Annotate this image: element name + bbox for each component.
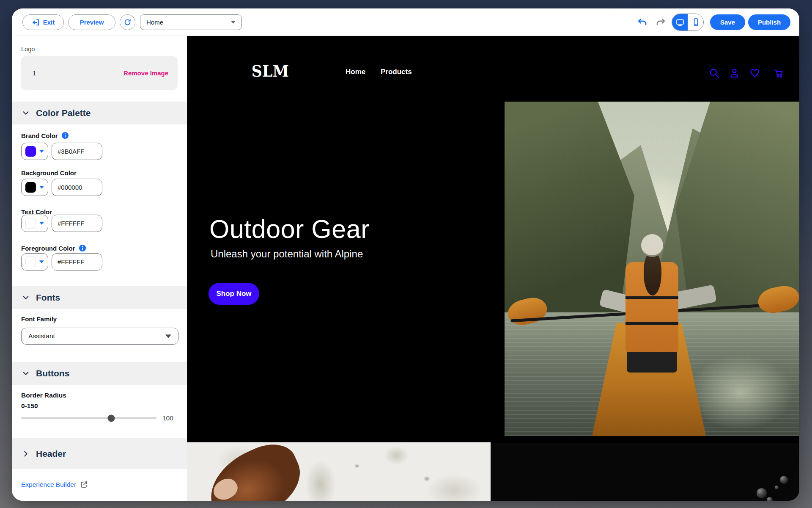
border-radius-range-label: 0-150 — [21, 402, 38, 410]
text-color-swatch-dropdown[interactable] — [21, 215, 48, 232]
preview-button[interactable]: Preview — [68, 14, 115, 30]
background-color-swatch-dropdown[interactable] — [21, 179, 48, 196]
desktop-view-toggle[interactable] — [672, 14, 688, 30]
logo-section-label: Logo — [21, 46, 35, 52]
wishlist-heart-icon[interactable] — [749, 67, 760, 79]
text-color-chip — [25, 218, 36, 229]
brand-color-label: Brand Color — [21, 132, 69, 139]
border-radius-label: Border Radius — [21, 392, 66, 399]
device-toggle — [672, 14, 704, 31]
border-radius-slider[interactable] — [21, 417, 156, 419]
border-radius-value: 100 — [162, 414, 173, 422]
chevron-down-icon — [22, 294, 30, 301]
exit-icon — [32, 18, 40, 27]
background-color-hex-input[interactable] — [52, 179, 102, 196]
editor-window: Exit Preview Home — [12, 8, 799, 501]
marble-section-image — [187, 443, 491, 501]
preview-label: Preview — [80, 19, 104, 26]
kayak-hero-image — [505, 102, 799, 436]
background-color-chip — [25, 182, 36, 193]
shop-now-button[interactable]: Shop Now — [208, 283, 259, 305]
fonts-title: Fonts — [36, 293, 60, 303]
header-title: Header — [36, 449, 66, 459]
desktop-icon — [675, 18, 685, 27]
exit-label: Exit — [43, 19, 55, 26]
buttons-section-header[interactable]: Buttons — [12, 362, 187, 385]
logo-slot-card: 1 Remove Image — [21, 56, 178, 90]
logo-slot-number: 1 — [33, 69, 123, 77]
foreground-color-label: Foreground Color — [21, 244, 86, 252]
site-logo[interactable]: SLM — [252, 62, 289, 80]
site-nav-home[interactable]: Home — [346, 68, 365, 76]
save-label: Save — [720, 19, 735, 26]
account-icon[interactable] — [729, 67, 740, 79]
hero-section: Outdoor Gear Unleash your potential with… — [187, 102, 799, 443]
text-color-hex-input[interactable] — [52, 215, 102, 232]
editor-toolbar: Exit Preview Home — [12, 8, 799, 36]
settings-sidebar: Logo 1 Remove Image Color Palette Brand … — [12, 36, 187, 501]
experience-builder-link[interactable]: Experience Builder — [21, 480, 88, 489]
search-icon[interactable] — [708, 67, 720, 79]
undo-icon — [637, 17, 648, 28]
color-palette-title: Color Palette — [36, 108, 91, 118]
refresh-icon — [123, 18, 132, 26]
site-header: SLM Home Products — [187, 36, 799, 102]
buttons-title: Buttons — [36, 368, 69, 378]
info-icon[interactable] — [61, 132, 69, 139]
font-family-value: Assistant — [28, 332, 165, 340]
fonts-section-header[interactable]: Fonts — [12, 286, 187, 309]
foreground-color-chip — [25, 257, 36, 267]
next-sections-row — [187, 443, 799, 501]
remove-image-button[interactable]: Remove Image — [123, 69, 168, 77]
site-preview: SLM Home Products — [187, 36, 799, 501]
background-color-label: Background Color — [21, 169, 77, 177]
font-family-dropdown[interactable]: Assistant — [21, 328, 178, 345]
page-selector-dropdown[interactable]: Home — [140, 14, 242, 30]
chevron-right-icon — [22, 450, 30, 458]
undo-button[interactable] — [637, 17, 648, 28]
redo-button[interactable] — [655, 17, 666, 28]
external-link-icon — [80, 480, 88, 489]
mobile-icon — [691, 18, 700, 27]
header-section-header[interactable]: Header — [12, 438, 187, 469]
hero-title: Outdoor Gear — [209, 214, 370, 244]
foreground-color-hex-input[interactable] — [52, 253, 102, 271]
brand-color-chip — [25, 146, 36, 157]
publish-label: Publish — [758, 19, 781, 26]
chevron-down-icon — [22, 109, 30, 117]
desktop-background: Exit Preview Home — [0, 0, 812, 508]
exit-button[interactable]: Exit — [22, 14, 64, 30]
save-button[interactable]: Save — [710, 14, 745, 30]
border-radius-slider-thumb[interactable] — [108, 414, 115, 422]
mobile-view-toggle[interactable] — [688, 14, 703, 30]
dark-section-image — [491, 443, 799, 501]
brand-color-swatch-dropdown[interactable] — [21, 143, 48, 160]
chevron-down-icon — [22, 370, 30, 377]
info-icon[interactable] — [79, 244, 86, 252]
publish-button[interactable]: Publish — [748, 14, 790, 30]
brand-color-hex-input[interactable] — [52, 143, 102, 160]
hero-subtitle: Unleash your potential with Alpine — [211, 248, 363, 260]
page-selector-value: Home — [146, 19, 231, 26]
font-family-label: Font Family — [21, 315, 57, 323]
site-nav-products[interactable]: Products — [381, 68, 412, 76]
refresh-button[interactable] — [120, 14, 135, 30]
cart-icon[interactable] — [773, 67, 785, 79]
redo-icon — [655, 17, 666, 28]
chevron-down-icon — [231, 21, 236, 24]
color-palette-section-header[interactable]: Color Palette — [12, 102, 187, 124]
foreground-color-swatch-dropdown[interactable] — [21, 253, 48, 271]
